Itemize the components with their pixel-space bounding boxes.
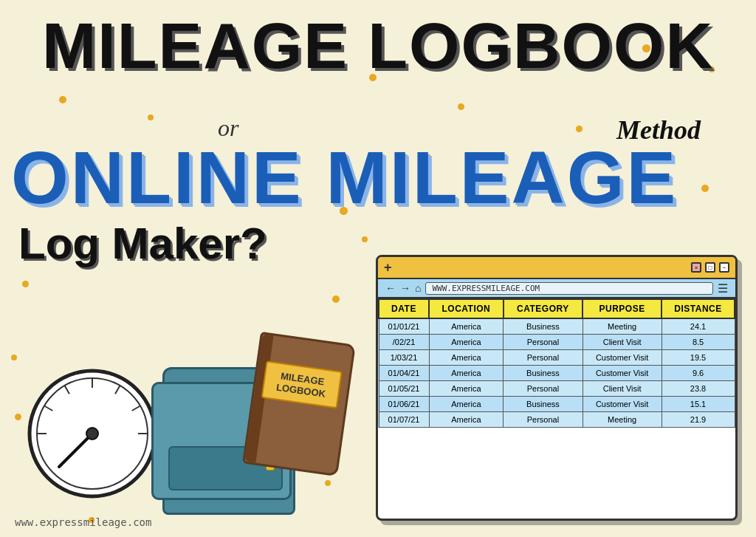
browser-title-bar: + × □ − <box>378 257 735 279</box>
table-row: 1/03/21AmericaPersonalCustomer Visit19.5 <box>379 350 735 366</box>
decorative-dot <box>11 355 17 360</box>
table-cell-distance: 23.8 <box>662 381 735 397</box>
table-header-purpose: PURPOSE <box>583 299 662 318</box>
table-cell-date: 1/03/21 <box>379 350 429 366</box>
decorative-dot <box>22 281 29 287</box>
table-cell-category: Business <box>504 366 583 381</box>
table-row: 01/07/21AmericaPersonalMeeting21.9 <box>379 412 735 428</box>
browser-window: + × □ − ← → ⌂ WWW.EXPRESSMILEAGE.COM ☰ D… <box>376 255 738 521</box>
table-header-location: LOCATION <box>429 299 504 318</box>
decorative-dot <box>332 295 340 303</box>
table-cell-category: Personal <box>504 350 583 366</box>
table-cell-date: 01/06/21 <box>379 397 429 412</box>
table-cell-purpose: Customer Visit <box>583 397 662 412</box>
decorative-dot <box>148 114 154 120</box>
table-cell-category: Personal <box>504 381 583 397</box>
table-row: 01/05/21AmericaPersonalClient Visit23.8 <box>379 381 735 397</box>
table-cell-location: America <box>429 335 504 350</box>
logbook-book: MILEAGE LOGBOOK <box>242 332 356 476</box>
table-cell-purpose: Meeting <box>583 412 662 428</box>
table-cell-date: /02/21 <box>379 335 429 350</box>
table-header-category: CATEGORY <box>504 299 583 318</box>
browser-address-bar: ← → ⌂ WWW.EXPRESSMILEAGE.COM ☰ <box>378 279 735 298</box>
table-cell-category: Personal <box>504 412 583 428</box>
browser-back-button[interactable]: ← <box>385 282 396 294</box>
mileage-log-table: DATELOCATIONCATEGORYPURPOSEDISTANCE 01/0… <box>378 298 735 428</box>
table-cell-date: 01/07/21 <box>379 412 429 428</box>
main-title: MILEAGE LOGBOOK <box>22 13 734 78</box>
decorative-dot <box>458 103 464 110</box>
footer-url: www.expressmileage.com <box>15 516 151 528</box>
browser-controls: × □ − <box>691 262 729 273</box>
browser-menu-icon[interactable]: ☰ <box>718 281 728 295</box>
table-cell-location: America <box>429 318 504 335</box>
table-cell-date: 01/01/21 <box>379 318 429 335</box>
table-cell-category: Business <box>504 318 583 335</box>
table-cell-distance: 8.5 <box>662 335 735 350</box>
table-cell-purpose: Client Visit <box>583 381 662 397</box>
table-header-distance: DISTANCE <box>662 299 735 318</box>
table-cell-distance: 24.1 <box>662 318 735 335</box>
browser-forward-button[interactable]: → <box>400 282 410 294</box>
table-row: /02/21AmericaPersonalClient Visit8.5 <box>379 335 735 350</box>
table-cell-location: America <box>429 366 504 381</box>
decorative-dot <box>59 96 66 103</box>
table-cell-distance: 9.6 <box>662 366 735 381</box>
table-cell-purpose: Customer Visit <box>583 366 662 381</box>
table-cell-date: 01/04/21 <box>379 366 429 381</box>
table-cell-location: America <box>429 381 504 397</box>
table-cell-distance: 21.9 <box>662 412 735 428</box>
table-cell-location: America <box>429 412 504 428</box>
browser-url-input[interactable]: WWW.EXPRESSMILEAGE.COM <box>425 282 713 295</box>
browser-home-button[interactable]: ⌂ <box>415 282 421 294</box>
table-header-date: DATE <box>379 299 429 318</box>
svg-point-10 <box>86 428 98 439</box>
table-cell-distance: 19.5 <box>662 350 735 366</box>
browser-close-button[interactable]: × <box>691 262 701 273</box>
table-cell-location: America <box>429 397 504 412</box>
decorative-dot <box>15 414 21 420</box>
online-mileage-title: ONLINE MILEAGE <box>11 140 678 214</box>
browser-maximize-button[interactable]: □ <box>705 262 715 273</box>
table-row: 01/01/21AmericaBusinessMeeting24.1 <box>379 318 735 335</box>
decorative-dot <box>576 126 583 132</box>
browser-new-tab-icon[interactable]: + <box>384 260 392 276</box>
table-cell-category: Personal <box>504 335 583 350</box>
table-cell-date: 01/05/21 <box>379 381 429 397</box>
table-cell-purpose: Customer Visit <box>583 350 662 366</box>
table-cell-purpose: Client Visit <box>583 335 662 350</box>
logbook-label: MILEAGE LOGBOOK <box>261 360 343 408</box>
log-maker-subtitle: Log Maker? <box>18 218 267 269</box>
wallet-logbook-illustration: MILEAGE LOGBOOK <box>140 308 340 515</box>
table-cell-distance: 15.1 <box>662 397 735 412</box>
table-cell-location: America <box>429 350 504 366</box>
decorative-dot <box>362 236 368 242</box>
table-cell-category: Business <box>504 397 583 412</box>
table-row: 01/06/21AmericaBusinessCustomer Visit15.… <box>379 397 735 412</box>
table-row: 01/04/21AmericaBusinessCustomer Visit9.6 <box>379 366 735 381</box>
table-cell-purpose: Meeting <box>583 318 662 335</box>
background: MILEAGE LOGBOOK or Method ONLINE MILEAGE… <box>0 0 756 537</box>
decorative-dot <box>701 185 709 192</box>
browser-minimize-button[interactable]: − <box>719 262 729 273</box>
